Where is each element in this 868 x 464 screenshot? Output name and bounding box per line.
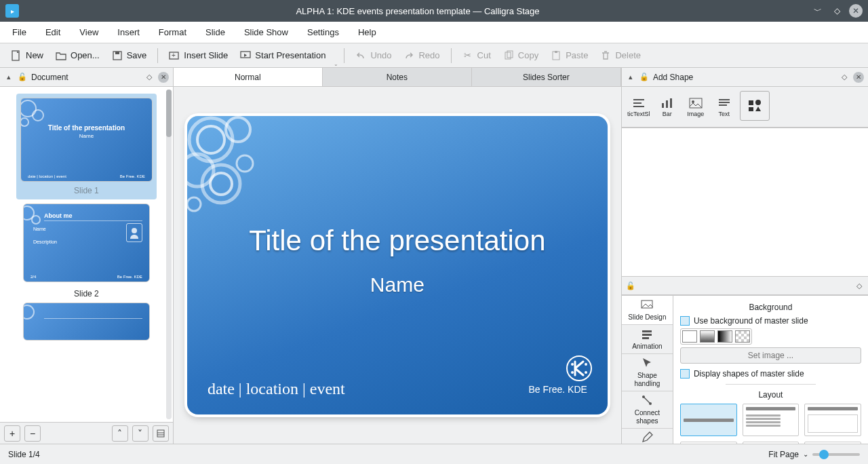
copy-button[interactable]: Copy <box>498 47 544 64</box>
slide-options-button[interactable] <box>153 425 169 442</box>
tab-slide-design[interactable]: Slide Design <box>622 296 673 325</box>
slide-title[interactable]: Title of the presentation <box>187 225 608 257</box>
statusbar: Slide 1/4 Fit Page ⌄ <box>0 444 868 464</box>
fill-solid-button[interactable] <box>682 330 697 343</box>
zoom-mode-label[interactable]: Fit Page <box>768 450 799 459</box>
shape-text-slide-button[interactable]: ticTextSl <box>626 91 652 123</box>
menu-slide[interactable]: Slide <box>196 23 235 41</box>
svg-point-12 <box>20 118 28 126</box>
add-slide-button[interactable]: + <box>4 425 20 442</box>
scrollbar-track[interactable] <box>166 90 172 419</box>
display-master-shapes-checkbox[interactable] <box>680 369 690 379</box>
add-shape-title: Add Shape <box>653 73 693 82</box>
shape-image-button[interactable]: Image <box>683 91 709 123</box>
new-button[interactable]: New <box>5 47 49 64</box>
float-icon[interactable]: ◇ <box>144 73 154 82</box>
lock-icon[interactable]: 🔓 <box>18 73 27 82</box>
open-button[interactable]: Open... <box>50 47 105 64</box>
close-panel-button[interactable]: ✕ <box>853 72 864 83</box>
tab-notes[interactable]: Notes <box>323 68 472 86</box>
use-master-bg-checkbox[interactable] <box>680 316 690 326</box>
menu-format[interactable]: Format <box>149 23 196 41</box>
fill-gradient2-button[interactable] <box>717 330 732 343</box>
tab-slides-sorter[interactable]: Slides Sorter <box>472 68 621 86</box>
slide-subtitle[interactable]: Name <box>187 273 608 296</box>
lock-icon[interactable]: 🔓 <box>639 73 649 82</box>
fill-gradient-button[interactable] <box>700 330 715 343</box>
tab-connect-shapes[interactable]: Connect shapes <box>622 391 673 429</box>
menu-edit[interactable]: Edit <box>36 23 70 41</box>
decorative-circles-icon <box>23 303 51 334</box>
fill-pattern-button[interactable] <box>735 330 750 343</box>
presentation-icon <box>240 50 251 61</box>
canvas-area[interactable]: Title of the presentation Name date | lo… <box>174 87 621 444</box>
insert-slide-icon: + <box>169 50 180 61</box>
slide-thumbnail-3[interactable] <box>23 303 150 341</box>
slide-canvas[interactable]: Title of the presentation Name date | lo… <box>187 116 608 414</box>
menu-view[interactable]: View <box>70 23 108 41</box>
float-icon[interactable]: ◇ <box>840 73 849 82</box>
pointer-icon <box>641 357 653 369</box>
menu-slideshow[interactable]: Slide Show <box>235 23 298 41</box>
svg-rect-2 <box>115 52 119 54</box>
thumb-footer-left: 2/4 <box>31 275 36 279</box>
paste-label: Paste <box>566 50 588 60</box>
slide-thumbnail-1[interactable]: Title of the presentation Name date | lo… <box>16 94 157 199</box>
set-image-button[interactable]: Set image ... <box>680 347 861 364</box>
layout-option-2[interactable] <box>743 404 800 436</box>
delete-button[interactable]: Delete <box>595 47 646 64</box>
close-window-button[interactable]: ✕ <box>849 4 863 18</box>
fill-type-group <box>680 328 752 345</box>
slide-counter: Slide 1/4 <box>8 450 40 459</box>
maximize-button[interactable]: ◇ <box>830 4 844 18</box>
collapse-icon[interactable]: ▴ <box>4 73 14 82</box>
layout-option-3[interactable] <box>804 404 861 436</box>
start-dropdown-icon[interactable]: ⌄ <box>332 61 338 67</box>
shape-bar-button[interactable]: Bar <box>654 91 680 123</box>
menu-help[interactable]: Help <box>349 23 386 41</box>
layout-option-1[interactable] <box>680 404 737 436</box>
shape-more-button[interactable] <box>740 91 770 121</box>
slide-list[interactable]: Title of the presentation Name date | lo… <box>0 87 173 422</box>
slide-thumbnail-2[interactable]: About me Name Description 2/4 Be Free. K… <box>23 204 150 282</box>
close-panel-button[interactable]: ✕ <box>158 72 169 83</box>
open-label: Open... <box>71 50 100 60</box>
minimize-button[interactable]: ﹀ <box>811 4 825 18</box>
toolbar-separator <box>344 48 344 63</box>
zoom-slider[interactable] <box>812 453 860 456</box>
svg-text:+: + <box>172 52 176 59</box>
slide-footer-left[interactable]: date | location | event <box>208 380 345 398</box>
tab-animation[interactable]: Animation <box>622 325 673 354</box>
tab-shape-handling[interactable]: Shape handling <box>622 354 673 391</box>
scrollbar-thumb[interactable] <box>166 90 172 137</box>
float-icon[interactable]: ◇ <box>854 281 864 290</box>
titlebar: ALPHA 1: KDE events presentation templat… <box>0 0 868 22</box>
connector-icon <box>641 394 653 406</box>
start-presentation-button[interactable]: Start Presentation <box>235 47 331 64</box>
move-down-button[interactable]: ˅ <box>132 425 149 442</box>
svg-rect-44 <box>749 100 753 105</box>
menu-settings[interactable]: Settings <box>298 23 349 41</box>
zoom-dropdown-icon[interactable]: ⌄ <box>803 450 808 458</box>
tab-normal[interactable]: Normal <box>174 68 323 86</box>
shape-text-button[interactable]: Text <box>711 91 737 123</box>
slide-panel: ▴ 🔓 Document ◇ ✕ Title of the presentati… <box>0 68 174 444</box>
insert-slide-button[interactable]: + Insert Slide <box>163 47 233 64</box>
menu-file[interactable]: File <box>3 23 36 41</box>
move-up-button[interactable]: ˄ <box>112 425 128 442</box>
svg-rect-36 <box>662 103 664 108</box>
undo-button[interactable]: Undo <box>350 47 397 64</box>
remove-slide-button[interactable]: − <box>24 425 41 442</box>
collapse-icon[interactable]: ▴ <box>626 73 635 82</box>
paste-button[interactable]: Paste <box>545 47 593 64</box>
window-title: ALPHA 1: KDE events presentation templat… <box>24 6 811 16</box>
save-button[interactable]: Save <box>106 47 153 64</box>
lock-icon[interactable]: 🔓 <box>626 281 635 290</box>
delete-icon <box>600 50 611 61</box>
redo-button[interactable]: Redo <box>398 47 445 64</box>
menu-insert[interactable]: Insert <box>108 23 149 41</box>
svg-line-53 <box>644 398 650 403</box>
cut-button[interactable]: ✂ Cut <box>457 47 496 64</box>
image-icon <box>688 97 703 109</box>
svg-point-16 <box>23 305 34 319</box>
